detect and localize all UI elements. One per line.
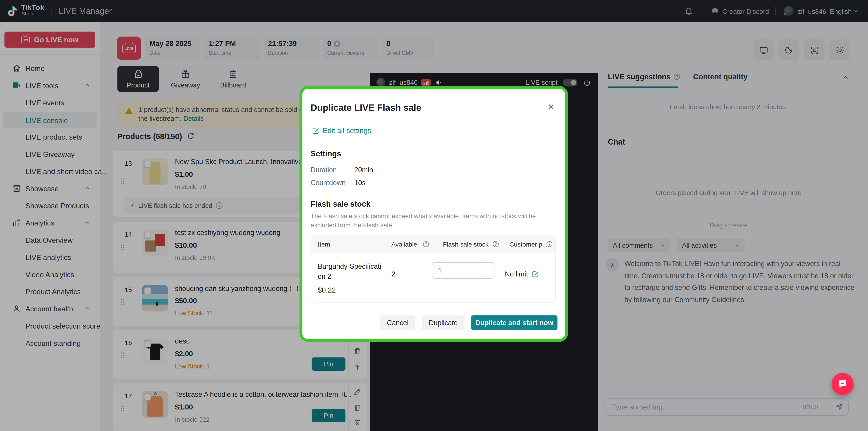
cancel-button[interactable]: Cancel (380, 315, 415, 330)
col-available: Available (392, 241, 417, 248)
flash-sale-stock-description: The Flash sale stock cannot exceed what'… (311, 212, 556, 229)
flash-sale-stock-heading: Flash sale stock (311, 199, 371, 208)
help-circle-icon[interactable] (546, 240, 553, 248)
col-customer-purchase: Customer p... (509, 241, 548, 248)
help-circle-icon[interactable] (492, 240, 499, 248)
duplicate-and-start-now-button[interactable]: Duplicate and start now (471, 315, 557, 330)
row-available-value: 2 (392, 270, 395, 278)
col-item: Item (318, 241, 330, 248)
flash-sale-stock-input[interactable] (432, 262, 494, 279)
duplicate-flash-sale-modal: Duplicate LIVE Flash sale ✕ Edit all set… (300, 86, 568, 342)
row-item-name: Burgundy-Specification 2 (318, 261, 384, 282)
edit-square-icon (312, 127, 319, 134)
settings-heading: Settings (311, 149, 341, 158)
chat-bubble-icon (837, 378, 848, 390)
help-circle-icon[interactable] (423, 240, 430, 248)
close-icon[interactable]: ✕ (548, 102, 554, 112)
support-chat-fab[interactable] (832, 373, 854, 395)
modal-title: Duplicate LIVE Flash sale (311, 103, 421, 113)
edit-square-icon[interactable] (531, 270, 539, 278)
customer-purchase-limit: No limit (505, 270, 539, 278)
duration-label: Duration (311, 166, 337, 174)
live-manager-app: TikTok Shop LIVE Manager Creator Discord… (0, 0, 868, 431)
duration-value: 20min (354, 166, 373, 174)
duplicate-button[interactable]: Duplicate (422, 315, 464, 330)
countdown-value: 10s (354, 179, 365, 187)
row-item-price: $0.22 (318, 286, 336, 294)
table-header: Item Available Flash sale stock Customer… (311, 236, 555, 253)
edit-all-settings-link[interactable]: Edit all settings (312, 126, 371, 135)
flash-sale-stock-table: Item Available Flash sale stock Customer… (311, 235, 556, 303)
countdown-label: Countdown (311, 179, 346, 187)
col-flash-sale-stock: Flash sale stock (443, 241, 489, 248)
